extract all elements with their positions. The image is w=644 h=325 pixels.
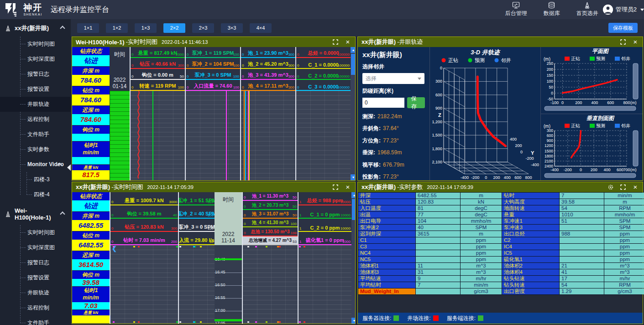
scroll-left-icon[interactable]: ❮: [112, 245, 117, 252]
curve-datapoint: [200, 246, 202, 247]
sidebar-item-实时时间图[interactable]: 实时时间图: [0, 225, 71, 240]
param-value: 77: [416, 212, 460, 218]
connection-label: 服务器连接:: [362, 315, 391, 322]
vertical-scrollbar[interactable]: ▲▼: [351, 192, 355, 324]
neighbor-well-select[interactable]: 选择: [362, 73, 424, 84]
trajectory-body: xx井(新井眼) 选择邻井 选择 防碰距离(米) 0 保存 测深:2182.24…: [358, 47, 643, 180]
time-column: 时间202201-14: [110, 47, 130, 180]
curve-max: 100000: [337, 74, 350, 79]
curve-name-value: 池_3 = 31.07 m^3: [252, 211, 289, 218]
nav-item-数据库[interactable]: 数据库: [544, 2, 560, 17]
curve-max: 50: [293, 213, 297, 217]
layout-button-4×4[interactable]: 4×4: [250, 23, 272, 33]
param-value: [416, 237, 460, 243]
layout-button-2×2[interactable]: 2×2: [163, 23, 185, 33]
sidebar-item-四楼-3[interactable]: 四楼-3: [0, 172, 71, 187]
panel-well-trajectory: xx井(新井眼)-井眼轨迹 × xx井(新井眼) 选择邻井 选择 防碰距离(米)…: [357, 37, 643, 181]
close-icon[interactable]: ×: [632, 38, 639, 46]
scroll-thumb[interactable]: [352, 199, 355, 220]
param-unit: m/hr: [604, 276, 644, 282]
layout-button-3×3[interactable]: 3×3: [221, 23, 243, 33]
curve-name-value: 悬重 = 817.49 kN: [138, 50, 177, 57]
curve-max: 100: [291, 222, 297, 226]
expand-icon[interactable]: [619, 38, 627, 46]
param-unit: degC: [461, 212, 502, 218]
sidebar-item-实时参数[interactable]: 实时参数: [0, 142, 71, 157]
param-label: C1: [358, 237, 415, 243]
well-name: Wei-H100(Hole-1): [15, 207, 58, 221]
sidebar-item-报警设置[interactable]: 报警设置: [0, 270, 71, 285]
curve-min: 0: [244, 231, 246, 235]
sidebar-well-xx井(新井眼)[interactable]: xx井(新井眼): [0, 19, 71, 37]
sidebar-item-报警日志[interactable]: 报警日志: [0, 67, 71, 82]
layout-button-2×3[interactable]: 2×3: [192, 23, 214, 33]
logo-text-cn: 神开: [23, 3, 42, 12]
sidebar-well-Wei-H100(Hole-1)[interactable]: Wei-H100(Hole-1): [0, 202, 71, 225]
layout-button-1×2[interactable]: 1×2: [106, 23, 128, 33]
value-cell: 817.5: [72, 170, 110, 180]
param-unit: m/hr: [461, 276, 502, 282]
curve-datapoint: [179, 321, 181, 323]
plan-view-chart: 平面图(m)正钻预测邻井250200150100500-50-100020040…: [541, 47, 643, 114]
curve-line: [244, 91, 245, 180]
sidebar-item-远程控制[interactable]: 远程控制: [0, 300, 71, 315]
user-menu[interactable]: 管理员2: [603, 5, 644, 15]
layout-button-1×3[interactable]: 1×3: [135, 23, 157, 33]
param-unit: degC: [461, 205, 502, 211]
save-button[interactable]: 保存: [407, 97, 425, 108]
sidebar-item-远程控制[interactable]: 远程控制: [0, 112, 71, 127]
sidebar-item-四楼-4[interactable]: 四楼-4: [0, 187, 71, 202]
curve-datapoint: [179, 246, 181, 247]
sidebar-item-井眼轨迹[interactable]: 井眼轨迹: [0, 97, 71, 112]
param-value: [416, 288, 460, 294]
param-value: 11: [416, 263, 460, 269]
vertical-scrollbar[interactable]: ▲▼: [351, 47, 355, 180]
scroll-thumb[interactable]: [351, 54, 355, 75]
trajectory-stat: 垂深:1968.59m: [362, 149, 425, 157]
horizontal-scrollbar: [545, 106, 636, 110]
sidebar-collapse-handle[interactable]: [67, 164, 71, 171]
sidebar-item-文件助手[interactable]: 文件助手: [0, 315, 71, 325]
param-label: 泵冲速2: [358, 225, 415, 231]
sidebar-item-文件助手[interactable]: 文件助手: [0, 127, 71, 142]
curve-min: 0: [244, 213, 246, 217]
status-indicator: [478, 315, 483, 321]
param-label: C3: [358, 244, 415, 250]
scroll-down-arrow[interactable]: ▼: [351, 174, 355, 180]
expand-icon[interactable]: [332, 38, 339, 46]
curve-name-value: C_1 = 0.0000: [308, 62, 338, 68]
curve-min: 0: [131, 52, 133, 57]
sidebar-item-报警设置[interactable]: 报警设置: [0, 82, 71, 97]
value-label: 悬重 kN: [72, 165, 110, 170]
gear-icon[interactable]: [607, 183, 614, 191]
sidebar-item-实时深度图[interactable]: 实时深度图: [0, 52, 71, 67]
track-body: ❮: [110, 245, 178, 324]
param-label: 硫化氢1: [502, 257, 559, 262]
sidebar-item-实时深度图[interactable]: 实时深度图: [0, 240, 71, 255]
close-icon[interactable]: ×: [344, 38, 351, 46]
scroll-up-arrow[interactable]: ▲: [351, 47, 355, 53]
layout-button-1×1[interactable]: 1×1: [77, 23, 99, 33]
param-label: 迟到井深: [358, 231, 415, 237]
collision-distance-input[interactable]: 0: [362, 98, 404, 108]
sidebar-item-Monitor Video[interactable]: Monitor Video: [0, 157, 71, 172]
param-value: 120.83: [416, 199, 460, 205]
param-label: 池体积3: [358, 269, 415, 275]
svg-text:1800: 1800: [545, 154, 553, 158]
stat-value: 77.23°: [383, 137, 399, 144]
save-template-button[interactable]: 保存模板: [608, 23, 638, 33]
close-icon[interactable]: ×: [344, 183, 351, 191]
expand-icon[interactable]: [619, 183, 627, 191]
nav-item-后台管理[interactable]: 后台管理: [505, 2, 527, 17]
sidebar-item-实时时间图[interactable]: 实时时间图: [0, 37, 71, 52]
sidebar-item-报警日志[interactable]: 报警日志: [0, 255, 71, 270]
expand-icon[interactable]: [332, 183, 339, 191]
close-icon[interactable]: ×: [632, 183, 639, 191]
scroll-up-arrow[interactable]: ▲: [351, 192, 355, 198]
param-value: [560, 225, 604, 231]
param-unit: min/m: [604, 193, 644, 199]
nav-item-首页选井[interactable]: 首页选井: [576, 2, 598, 17]
sidebar-item-井眼轨迹[interactable]: 井眼轨迹: [0, 285, 71, 300]
scroll-down-arrow[interactable]: ▼: [351, 318, 355, 324]
param-label: 钻压: [358, 199, 415, 205]
